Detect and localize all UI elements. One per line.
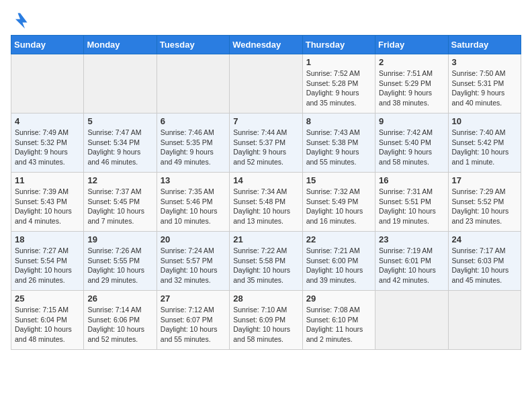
day-number: 29 (306, 293, 371, 304)
day-info: Sunrise: 7:35 AM Sunset: 5:46 PM Dayligh… (161, 187, 226, 226)
day-info: Sunrise: 7:44 AM Sunset: 5:37 PM Dayligh… (233, 128, 298, 167)
calendar-cell: 27Sunrise: 7:12 AM Sunset: 6:07 PM Dayli… (157, 291, 229, 350)
calendar-cell (448, 291, 521, 350)
day-number: 4 (15, 116, 80, 126)
day-number: 22 (306, 234, 371, 244)
calendar-cell (157, 54, 229, 113)
day-info: Sunrise: 7:50 AM Sunset: 5:31 PM Dayligh… (452, 68, 517, 108)
calendar-cell: 20Sunrise: 7:24 AM Sunset: 5:57 PM Dayli… (157, 232, 229, 291)
day-number: 2 (379, 57, 444, 67)
logo (11, 11, 32, 30)
calendar-cell: 23Sunrise: 7:19 AM Sunset: 6:01 PM Dayli… (375, 232, 448, 291)
calendar-cell: 15Sunrise: 7:32 AM Sunset: 5:49 PM Dayli… (302, 173, 375, 232)
day-number: 10 (452, 116, 517, 126)
calendar-cell: 29Sunrise: 7:08 AM Sunset: 6:10 PM Dayli… (302, 291, 375, 350)
day-number: 8 (306, 116, 371, 126)
calendar-cell: 2Sunrise: 7:51 AM Sunset: 5:29 PM Daylig… (375, 54, 448, 113)
calendar-header-row: SundayMondayTuesdayWednesdayThursdayFrid… (11, 36, 521, 54)
header-saturday: Saturday (448, 36, 521, 54)
calendar-cell (11, 54, 84, 113)
day-number: 11 (15, 175, 80, 185)
calendar-week-row: 18Sunrise: 7:27 AM Sunset: 5:54 PM Dayli… (11, 232, 521, 291)
day-number: 21 (233, 234, 298, 244)
day-info: Sunrise: 7:15 AM Sunset: 6:04 PM Dayligh… (15, 305, 80, 345)
day-number: 18 (15, 234, 80, 244)
day-info: Sunrise: 7:29 AM Sunset: 5:52 PM Dayligh… (452, 187, 517, 226)
day-number: 25 (15, 293, 80, 304)
day-info: Sunrise: 7:46 AM Sunset: 5:35 PM Dayligh… (161, 128, 226, 167)
calendar-cell: 7Sunrise: 7:44 AM Sunset: 5:37 PM Daylig… (230, 113, 302, 173)
calendar-week-row: 1Sunrise: 7:52 AM Sunset: 5:28 PM Daylig… (11, 54, 521, 113)
svg-marker-0 (15, 13, 28, 29)
day-info: Sunrise: 7:43 AM Sunset: 5:38 PM Dayligh… (306, 128, 371, 167)
day-number: 19 (87, 234, 152, 244)
calendar-cell: 21Sunrise: 7:22 AM Sunset: 5:58 PM Dayli… (230, 232, 302, 291)
calendar-table: SundayMondayTuesdayWednesdayThursdayFrid… (11, 35, 521, 350)
day-info: Sunrise: 7:37 AM Sunset: 5:45 PM Dayligh… (87, 187, 152, 226)
day-info: Sunrise: 7:26 AM Sunset: 5:55 PM Dayligh… (87, 246, 152, 285)
day-number: 16 (379, 175, 444, 185)
calendar-cell: 26Sunrise: 7:14 AM Sunset: 6:06 PM Dayli… (84, 291, 157, 350)
calendar-cell (84, 54, 157, 113)
calendar-cell: 10Sunrise: 7:40 AM Sunset: 5:42 PM Dayli… (448, 113, 521, 173)
day-info: Sunrise: 7:10 AM Sunset: 6:09 PM Dayligh… (233, 305, 298, 345)
day-info: Sunrise: 7:24 AM Sunset: 5:57 PM Dayligh… (161, 246, 226, 285)
day-number: 9 (379, 116, 444, 126)
day-info: Sunrise: 7:42 AM Sunset: 5:40 PM Dayligh… (379, 128, 444, 167)
day-info: Sunrise: 7:47 AM Sunset: 5:34 PM Dayligh… (87, 128, 152, 167)
day-info: Sunrise: 7:39 AM Sunset: 5:43 PM Dayligh… (15, 187, 80, 226)
calendar-cell: 22Sunrise: 7:21 AM Sunset: 6:00 PM Dayli… (302, 232, 375, 291)
calendar-week-row: 11Sunrise: 7:39 AM Sunset: 5:43 PM Dayli… (11, 173, 521, 232)
header-friday: Friday (375, 36, 448, 54)
calendar-week-row: 25Sunrise: 7:15 AM Sunset: 6:04 PM Dayli… (11, 291, 521, 350)
calendar-cell (230, 54, 302, 113)
day-info: Sunrise: 7:14 AM Sunset: 6:06 PM Dayligh… (87, 305, 152, 345)
calendar-cell: 12Sunrise: 7:37 AM Sunset: 5:45 PM Dayli… (84, 173, 157, 232)
day-info: Sunrise: 7:51 AM Sunset: 5:29 PM Dayligh… (379, 68, 444, 108)
day-number: 1 (306, 57, 371, 67)
day-info: Sunrise: 7:52 AM Sunset: 5:28 PM Dayligh… (306, 68, 371, 108)
day-info: Sunrise: 7:32 AM Sunset: 5:49 PM Dayligh… (306, 187, 371, 226)
calendar-week-row: 4Sunrise: 7:49 AM Sunset: 5:32 PM Daylig… (11, 113, 521, 173)
day-number: 5 (87, 116, 152, 126)
day-info: Sunrise: 7:22 AM Sunset: 5:58 PM Dayligh… (233, 246, 298, 285)
day-info: Sunrise: 7:19 AM Sunset: 6:01 PM Dayligh… (379, 246, 444, 285)
day-info: Sunrise: 7:40 AM Sunset: 5:42 PM Dayligh… (452, 128, 517, 167)
day-info: Sunrise: 7:12 AM Sunset: 6:07 PM Dayligh… (161, 305, 226, 345)
calendar-cell: 18Sunrise: 7:27 AM Sunset: 5:54 PM Dayli… (11, 232, 84, 291)
day-number: 26 (87, 293, 152, 304)
calendar-cell: 11Sunrise: 7:39 AM Sunset: 5:43 PM Dayli… (11, 173, 84, 232)
header-wednesday: Wednesday (230, 36, 302, 54)
day-number: 7 (233, 116, 298, 126)
day-info: Sunrise: 7:31 AM Sunset: 5:51 PM Dayligh… (379, 187, 444, 226)
calendar-cell: 14Sunrise: 7:34 AM Sunset: 5:48 PM Dayli… (230, 173, 302, 232)
day-info: Sunrise: 7:17 AM Sunset: 6:03 PM Dayligh… (452, 246, 517, 285)
calendar-cell: 24Sunrise: 7:17 AM Sunset: 6:03 PM Dayli… (448, 232, 521, 291)
day-number: 15 (306, 175, 371, 185)
day-number: 3 (452, 57, 517, 67)
calendar-cell: 28Sunrise: 7:10 AM Sunset: 6:09 PM Dayli… (230, 291, 302, 350)
header-tuesday: Tuesday (157, 36, 229, 54)
day-info: Sunrise: 7:34 AM Sunset: 5:48 PM Dayligh… (233, 187, 298, 226)
day-number: 13 (161, 175, 226, 185)
header-sunday: Sunday (11, 36, 84, 54)
calendar-cell: 25Sunrise: 7:15 AM Sunset: 6:04 PM Dayli… (11, 291, 84, 350)
header-thursday: Thursday (302, 36, 375, 54)
calendar-cell: 16Sunrise: 7:31 AM Sunset: 5:51 PM Dayli… (375, 173, 448, 232)
calendar-cell: 19Sunrise: 7:26 AM Sunset: 5:55 PM Dayli… (84, 232, 157, 291)
page-header (11, 11, 521, 30)
day-info: Sunrise: 7:27 AM Sunset: 5:54 PM Dayligh… (15, 246, 80, 285)
calendar-cell: 3Sunrise: 7:50 AM Sunset: 5:31 PM Daylig… (448, 54, 521, 113)
calendar-cell: 9Sunrise: 7:42 AM Sunset: 5:40 PM Daylig… (375, 113, 448, 173)
calendar-cell: 1Sunrise: 7:52 AM Sunset: 5:28 PM Daylig… (302, 54, 375, 113)
day-info: Sunrise: 7:49 AM Sunset: 5:32 PM Dayligh… (15, 128, 80, 167)
day-number: 6 (161, 116, 226, 126)
calendar-cell: 6Sunrise: 7:46 AM Sunset: 5:35 PM Daylig… (157, 113, 229, 173)
day-number: 24 (452, 234, 517, 244)
calendar-cell: 5Sunrise: 7:47 AM Sunset: 5:34 PM Daylig… (84, 113, 157, 173)
calendar-cell: 8Sunrise: 7:43 AM Sunset: 5:38 PM Daylig… (302, 113, 375, 173)
calendar-cell: 13Sunrise: 7:35 AM Sunset: 5:46 PM Dayli… (157, 173, 229, 232)
calendar-cell (375, 291, 448, 350)
day-number: 28 (233, 293, 298, 304)
logo-icon (11, 11, 30, 30)
